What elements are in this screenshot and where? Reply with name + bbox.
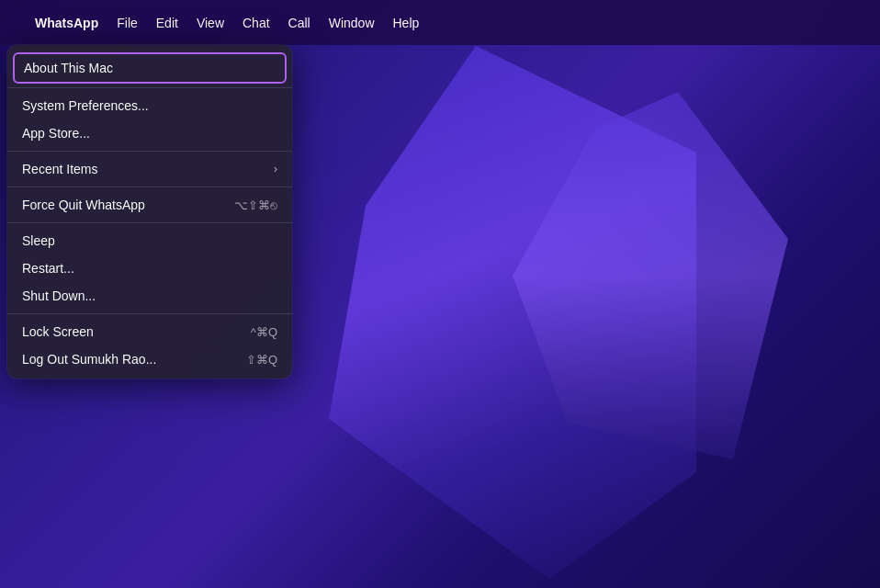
menu-item-sleep[interactable]: Sleep — [7, 227, 292, 254]
menu-item-about-this-mac[interactable]: About This Mac — [13, 52, 287, 84]
menubar-chat[interactable]: Chat — [233, 12, 279, 34]
recent-items-label: Recent Items — [22, 162, 274, 176]
log-out-shortcut: ⇧⌘Q — [246, 353, 277, 367]
apple-menu-trigger[interactable] — [7, 19, 26, 27]
sleep-label: Sleep — [22, 233, 277, 248]
shut-down-label: Shut Down... — [22, 288, 277, 303]
menu-item-app-store[interactable]: App Store... — [7, 119, 292, 147]
menubar-view[interactable]: View — [187, 12, 233, 34]
menu-item-force-quit[interactable]: Force Quit WhatsApp ⌥⇧⌘⎋ — [7, 191, 292, 219]
menubar-whatsapp[interactable]: WhatsApp — [26, 12, 107, 34]
recent-items-arrow-icon: › — [274, 163, 277, 175]
menu-item-log-out[interactable]: Log Out Sumukh Rao... ⇧⌘Q — [7, 345, 292, 373]
force-quit-label: Force Quit WhatsApp — [22, 198, 216, 212]
separator-4 — [7, 222, 292, 223]
menubar-window[interactable]: Window — [320, 12, 384, 34]
menu-item-system-preferences[interactable]: System Preferences... — [7, 92, 292, 119]
separator-5 — [7, 313, 292, 314]
menubar-call[interactable]: Call — [279, 12, 320, 34]
apple-dropdown-menu: About This Mac System Preferences... App… — [7, 45, 292, 379]
lock-screen-shortcut: ^⌘Q — [251, 325, 277, 339]
menubar-file[interactable]: File — [107, 12, 147, 34]
app-store-label: App Store... — [22, 126, 277, 141]
about-this-mac-label: About This Mac — [24, 61, 276, 75]
lock-screen-label: Lock Screen — [22, 324, 232, 339]
separator-1 — [7, 87, 292, 88]
force-quit-shortcut: ⌥⇧⌘⎋ — [234, 198, 277, 212]
restart-label: Restart... — [22, 261, 277, 276]
menubar: WhatsApp File Edit View Chat Call Window… — [0, 0, 880, 45]
menu-item-recent-items[interactable]: Recent Items › — [7, 155, 292, 183]
separator-2 — [7, 151, 292, 152]
menubar-edit[interactable]: Edit — [147, 12, 187, 34]
menu-item-restart[interactable]: Restart... — [7, 254, 292, 282]
menubar-help[interactable]: Help — [384, 12, 429, 34]
menu-item-shut-down[interactable]: Shut Down... — [7, 282, 292, 310]
log-out-label: Log Out Sumukh Rao... — [22, 352, 228, 367]
menu-item-lock-screen[interactable]: Lock Screen ^⌘Q — [7, 318, 292, 345]
system-preferences-label: System Preferences... — [22, 98, 277, 113]
separator-3 — [7, 187, 292, 187]
